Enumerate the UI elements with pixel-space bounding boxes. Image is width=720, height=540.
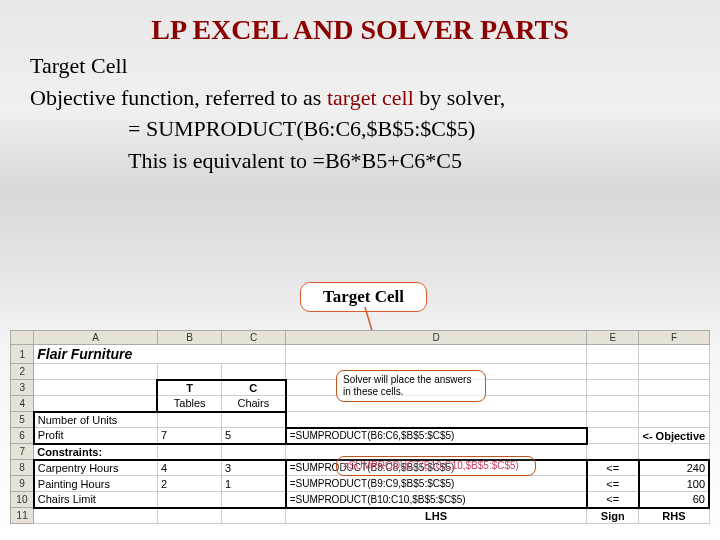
cell[interactable]	[286, 380, 587, 396]
cell[interactable]: T	[157, 380, 221, 396]
row-header[interactable]: 2	[11, 364, 34, 380]
cell[interactable]: 240	[639, 460, 709, 476]
row-2: 2	[11, 364, 710, 380]
cell[interactable]	[639, 345, 709, 364]
cell[interactable]: Profit	[34, 428, 158, 444]
row-header[interactable]: 6	[11, 428, 34, 444]
row-11: 11 LHS Sign RHS	[11, 508, 710, 524]
cell[interactable]: Chairs	[222, 396, 286, 412]
cell[interactable]	[34, 380, 158, 396]
cell[interactable]: <=	[587, 492, 639, 508]
cell[interactable]	[157, 444, 221, 460]
slide-title: LP EXCEL AND SOLVER PARTS	[20, 14, 700, 46]
row-9: 9 Painting Hours 2 1 =SUMPRODUCT(B9:C9,$…	[11, 476, 710, 492]
cell[interactable]: Constraints:	[34, 444, 158, 460]
row-1: 1 Flair Furniture	[11, 345, 710, 364]
cell[interactable]	[639, 380, 709, 396]
cell[interactable]	[34, 396, 158, 412]
corner-cell[interactable]	[11, 331, 34, 345]
text-line-3: = SUMPRODUCT(B6:C6,$B$5:$C$5)	[128, 115, 700, 143]
cell[interactable]	[587, 412, 639, 428]
row-header[interactable]: 5	[11, 412, 34, 428]
row-header[interactable]: 4	[11, 396, 34, 412]
row-header[interactable]: 10	[11, 492, 34, 508]
col-header[interactable]: D	[286, 331, 587, 345]
cell[interactable]: 5	[222, 428, 286, 444]
cell[interactable]: 2	[157, 476, 221, 492]
text-line-1: Target Cell	[30, 52, 700, 80]
cell[interactable]: =SUMPRODUCT(B9:C9,$B$5:$C$5)	[286, 476, 587, 492]
cell[interactable]: 60	[639, 492, 709, 508]
cell[interactable]	[157, 412, 221, 428]
cell[interactable]	[639, 396, 709, 412]
cell[interactable]	[222, 508, 286, 524]
row-header[interactable]: 3	[11, 380, 34, 396]
cell[interactable]	[587, 345, 639, 364]
cell[interactable]	[222, 364, 286, 380]
cell[interactable]	[286, 412, 587, 428]
cell[interactable]	[157, 508, 221, 524]
col-header[interactable]: A	[34, 331, 158, 345]
col-header[interactable]: F	[639, 331, 709, 345]
row-header[interactable]: 8	[11, 460, 34, 476]
cell[interactable]: Number of Units	[34, 412, 158, 428]
cell[interactable]: =SUMPRODUCT(B8:C8,$B$5:$C$5)	[286, 460, 587, 476]
cell[interactable]: Flair Furniture	[34, 345, 286, 364]
cell[interactable]: <- Objective	[639, 428, 709, 444]
cell[interactable]: Carpentry Hours	[34, 460, 158, 476]
cell[interactable]: C	[222, 380, 286, 396]
cell[interactable]: 7	[157, 428, 221, 444]
cell[interactable]	[639, 412, 709, 428]
cell[interactable]: Tables	[157, 396, 221, 412]
row-10: 10 Chairs Limit =SUMPRODUCT(B10:C10,$B$5…	[11, 492, 710, 508]
cell[interactable]	[222, 412, 286, 428]
col-header[interactable]: C	[222, 331, 286, 345]
text-line-2: Objective function, referred to as targe…	[30, 84, 700, 112]
cell[interactable]	[286, 345, 587, 364]
cell[interactable]	[34, 508, 158, 524]
row-header[interactable]: 9	[11, 476, 34, 492]
col-header[interactable]: B	[157, 331, 221, 345]
cell[interactable]: <=	[587, 460, 639, 476]
cell[interactable]	[286, 444, 587, 460]
cell[interactable]: 1	[222, 476, 286, 492]
row-5: 5 Number of Units	[11, 412, 710, 428]
cell[interactable]	[587, 428, 639, 444]
text-line-4: This is equivalent to =B6*B5+C6*C5	[128, 147, 700, 175]
cell[interactable]	[587, 444, 639, 460]
row-3: 3 T C	[11, 380, 710, 396]
row-header[interactable]: 1	[11, 345, 34, 364]
row-8: 8 Carpentry Hours 4 3 =SUMPRODUCT(B8:C8,…	[11, 460, 710, 476]
cell[interactable]: 4	[157, 460, 221, 476]
spreadsheet: A B C D E F 1 Flair Furniture 2 3 T C 4	[10, 330, 710, 524]
cell[interactable]: 3	[222, 460, 286, 476]
cell[interactable]	[639, 364, 709, 380]
cell[interactable]: Painting Hours	[34, 476, 158, 492]
target-cell-callout: Target Cell	[300, 282, 427, 312]
cell[interactable]: RHS	[639, 508, 709, 524]
row-header[interactable]: 7	[11, 444, 34, 460]
cell[interactable]	[157, 364, 221, 380]
cell[interactable]	[34, 364, 158, 380]
cell[interactable]	[222, 444, 286, 460]
cell[interactable]	[286, 364, 587, 380]
cell[interactable]: <=	[587, 476, 639, 492]
cell[interactable]	[286, 396, 587, 412]
cell[interactable]: 100	[639, 476, 709, 492]
cell-target[interactable]: =SUMPRODUCT(B6:C6,$B$5:$C$5)	[286, 428, 587, 444]
row-4: 4 Tables Chairs	[11, 396, 710, 412]
cell[interactable]: Sign	[587, 508, 639, 524]
row-7: 7 Constraints:	[11, 444, 710, 460]
cell[interactable]	[587, 380, 639, 396]
cell[interactable]	[587, 396, 639, 412]
cell[interactable]	[157, 492, 221, 508]
col-header[interactable]: E	[587, 331, 639, 345]
cell[interactable]: Chairs Limit	[34, 492, 158, 508]
cell[interactable]	[639, 444, 709, 460]
cell[interactable]: LHS	[286, 508, 587, 524]
cell[interactable]: =SUMPRODUCT(B10:C10,$B$5:$C$5)	[286, 492, 587, 508]
spreadsheet-table: A B C D E F 1 Flair Furniture 2 3 T C 4	[10, 330, 710, 524]
row-header[interactable]: 11	[11, 508, 34, 524]
cell[interactable]	[587, 364, 639, 380]
cell[interactable]	[222, 492, 286, 508]
